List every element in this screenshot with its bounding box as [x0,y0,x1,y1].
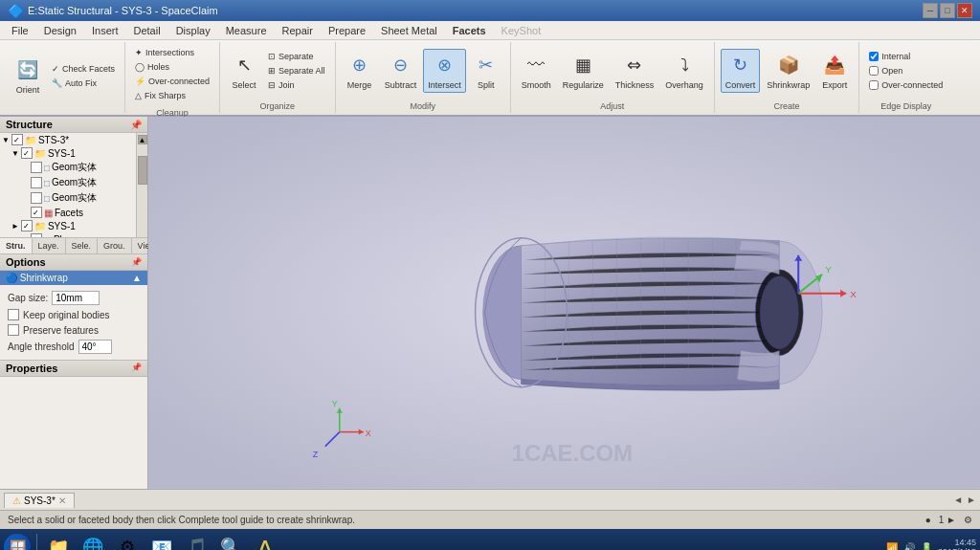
select-button[interactable]: ↖ Select [226,49,262,93]
preserve-features-checkbox[interactable] [8,324,19,336]
gap-size-input[interactable] [52,291,100,305]
keep-original-checkbox[interactable] [8,309,19,320]
join-button[interactable]: ⊟ Join [264,78,329,92]
taskbar-spaceclaim[interactable]: Δ [250,532,280,550]
auto-fix-button[interactable]: 🔧 Auto Fix [48,77,119,90]
start-icon: 🪟 [10,539,26,550]
taskbar-folder[interactable]: 📁 [43,532,74,550]
svg-text:1CAE.COM: 1CAE.COM [512,440,634,466]
tree-item-geom1[interactable]: ▼ □ Geom实体 [0,160,136,175]
start-button[interactable]: 🪟 [4,534,31,550]
over-connected2-checkbox[interactable] [869,80,879,90]
keep-original-label: Keep original bodies [23,310,110,320]
separate-all-button[interactable]: ⊞ Separate All [264,64,329,77]
sys1a-icon: 📁 [34,148,46,159]
tree-item-geom3[interactable]: ▼ □ Geom实体 [0,190,136,206]
menu-repair[interactable]: Repair [275,23,321,38]
over-connected-button[interactable]: ⚡ Over-connected [131,75,213,88]
regularize-button[interactable]: ▦ Regularize [558,49,609,93]
expand-sys1a[interactable]: ▼ [11,149,19,158]
tree-item-geom2[interactable]: ▼ □ Geom实体 [0,175,136,190]
tree-item-facets[interactable]: ▼ ✓ ▦ Facets [0,206,136,219]
nav-right[interactable]: ► [967,495,976,505]
close-button[interactable]: ✕ [957,3,972,18]
bottom-tab-sys3[interactable]: ⚠ SYS-3* ✕ [4,493,75,508]
tab-selection[interactable]: Sele. [66,238,99,253]
shrinkwrap-section-header[interactable]: 🔵 Shrinkwrap ▲ [0,271,147,285]
menu-insert[interactable]: Insert [84,23,126,38]
smooth-button[interactable]: 〰 Smooth [517,49,556,93]
overhang-button[interactable]: ⤵ Overhang [660,49,708,93]
mail-icon: 📧 [151,537,172,550]
structure-pin[interactable]: 📌 [130,120,142,130]
split-button[interactable]: ✂ Split [468,49,504,93]
intersect-button[interactable]: ⊗ Intersect [423,49,466,93]
tree-item-sys1a[interactable]: ▼ ✓ 📁 SYS-1 [0,146,136,160]
expand-sys1b[interactable]: ► [11,222,19,231]
tab-groups[interactable]: Grou. [98,238,132,253]
taskbar-search[interactable]: 🔍 [215,532,246,550]
merge-button[interactable]: ⊕ Merge [342,49,378,93]
menu-keyshot[interactable]: KeyShot [494,23,549,38]
taskbar-browser[interactable]: 🌐 [78,532,108,550]
menu-measure[interactable]: Measure [218,23,275,38]
minimize-button[interactable]: ─ [923,3,938,18]
check-geom3[interactable] [31,192,42,204]
menu-prepare[interactable]: Prepare [321,23,373,38]
check-facets-button[interactable]: ✓ Check Facets [48,62,119,76]
menu-facets[interactable]: Facets [445,23,494,38]
shrinkwrap-button[interactable]: 📦 Shrinkwrap [762,49,814,93]
tab-layers[interactable]: Laye. [33,238,66,253]
bottom-tab-close[interactable]: ✕ [58,495,66,506]
open-button[interactable]: Open [865,64,947,77]
options-section: Options 📌 🔵 Shrinkwrap ▲ Gap size: Keep … [0,254,147,360]
check-facets[interactable]: ✓ [31,207,42,218]
ribbon-group-create: ↻ Convert 📦 Shrinkwrap 📤 Export Create [715,42,860,113]
intersections-button[interactable]: ✦ Intersections [131,46,213,59]
taskbar-mail[interactable]: 📧 [146,532,177,550]
over-connected2-button[interactable]: Over-connected [865,78,947,92]
menu-display[interactable]: Display [168,23,218,38]
tree-item-sts3[interactable]: ▼ ✓ 📁 STS-3* [0,133,136,146]
menu-file[interactable]: File [4,23,36,38]
tree-item-sys1b[interactable]: ► ✓ 📁 SYS-1 [0,219,136,232]
internal-button[interactable]: Internal [865,50,947,63]
viewport[interactable]: Select a solid or faceted body then clic… [148,117,980,489]
check-sts3[interactable]: ✓ [11,134,23,145]
menu-design[interactable]: Design [36,23,84,38]
check-sys1a[interactable]: ✓ [21,147,33,159]
scroll-up-arrow[interactable]: ▲ [138,135,147,144]
thickness-button[interactable]: ⇔ Thickness [611,49,659,93]
tab-structure[interactable]: Stru. [0,238,33,253]
convert-icon: ↻ [727,52,754,78]
angle-threshold-input[interactable] [78,340,112,354]
check-geom1[interactable] [31,162,42,173]
structure-scrollbar[interactable]: ▲ [136,133,147,237]
separate-all-label: Separate All [278,66,325,76]
holes-button[interactable]: ◯ Holes [131,60,213,74]
internal-checkbox[interactable] [869,52,879,61]
menu-detail[interactable]: Detail [126,23,168,38]
nav-left[interactable]: ◄ [953,495,963,505]
subtract-button[interactable]: ⊖ Subtract [380,49,422,93]
maximize-button[interactable]: □ [940,3,955,18]
angle-threshold-row: Angle threshold [4,338,144,356]
convert-button[interactable]: ↻ Convert [721,49,761,93]
scroll-thumb[interactable] [138,156,147,185]
properties-pin[interactable]: 📌 [131,363,142,374]
taskbar-settings[interactable]: ⚙ [112,532,143,550]
export-button[interactable]: 📤 Export [816,49,853,93]
menu-sheetmetal[interactable]: Sheet Metal [373,23,445,38]
check-sys1b[interactable]: ✓ [21,220,33,231]
open-checkbox[interactable] [869,66,879,76]
check-geom2[interactable] [31,177,42,188]
split-icon: ✂ [473,52,500,78]
taskbar-media[interactable]: 🎵 [181,532,212,550]
status-settings[interactable]: ⚙ [964,515,972,525]
fix-sharps-button[interactable]: △ Fix Sharps [131,89,213,102]
options-pin[interactable]: 📌 [131,257,142,267]
expand-sts3[interactable]: ▼ [2,136,10,144]
orient-button[interactable]: 🔄 Orient [10,54,46,98]
status-page[interactable]: 1 ► [939,515,956,525]
separate-button[interactable]: ⊡ Separate [264,50,329,63]
